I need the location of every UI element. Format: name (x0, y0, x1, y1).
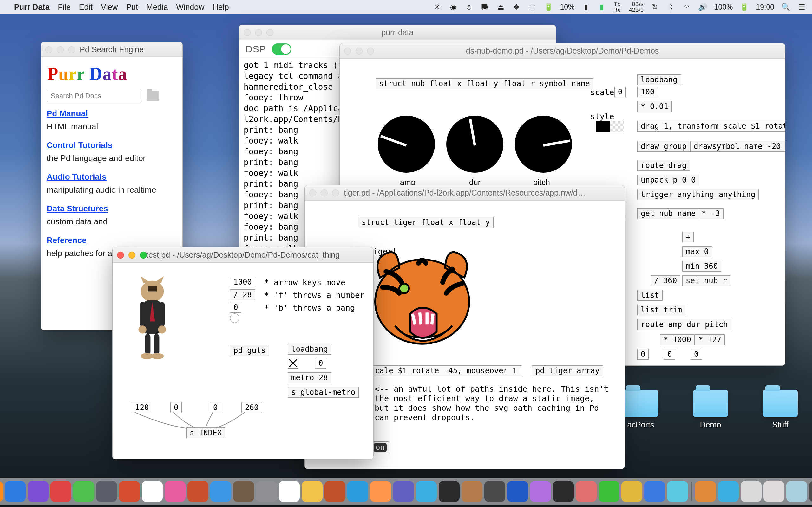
struct-box[interactable]: struct nub float x float y float r symbo… (375, 78, 594, 89)
menu-window[interactable]: Window (176, 3, 204, 12)
loadbang[interactable]: loadbang (288, 344, 332, 354)
wifi-icon[interactable]: ⌔ (682, 3, 691, 11)
dock-app-12[interactable] (210, 481, 231, 502)
zoom-icon[interactable] (68, 46, 75, 53)
dock-app-16[interactable] (302, 481, 322, 502)
anti-virus-icon[interactable]: ✳ (433, 3, 442, 11)
net-stats[interactable]: Tx:Rx: (613, 1, 622, 13)
pd-guts[interactable]: pd guts (230, 345, 269, 356)
knob-pitch[interactable] (515, 116, 572, 173)
dock-app-19[interactable] (370, 481, 391, 502)
dock-app-3[interactable] (5, 481, 26, 502)
tiger-array[interactable]: pd tiger-array (532, 365, 603, 376)
dropbox-icon[interactable]: ❖ (512, 3, 521, 11)
dock-app-30[interactable] (621, 481, 642, 502)
dock-app-37[interactable] (786, 481, 807, 502)
num-0[interactable]: 0 (230, 302, 241, 313)
search-input[interactable] (47, 90, 142, 102)
list[interactable]: list (637, 290, 663, 301)
dock-app-18[interactable] (347, 481, 368, 502)
setnub[interactable]: set nub r (682, 275, 730, 286)
dock-app-33[interactable] (695, 481, 716, 502)
phone-icon[interactable]: ▮ (582, 3, 591, 11)
drawsymbol[interactable]: drawsymbol name -20 50 (690, 141, 785, 152)
div28[interactable]: / 28 (230, 289, 255, 300)
sindex[interactable]: s INDEX (186, 428, 225, 438)
dock-app-27[interactable] (553, 481, 574, 502)
num-1000[interactable]: 1000 (230, 277, 255, 287)
folder-icon[interactable] (147, 91, 159, 101)
dock-app-21[interactable] (416, 481, 437, 502)
zero-a[interactable]: 0 (637, 349, 649, 360)
link-data-structures[interactable]: Data Structures (47, 204, 177, 214)
timemachine-icon[interactable]: ↻ (651, 3, 659, 11)
menu-help[interactable]: Help (212, 3, 229, 12)
dock-app-9[interactable] (142, 481, 163, 502)
unpack[interactable]: unpack p 0 0 (637, 175, 699, 185)
zoom-icon[interactable] (367, 48, 374, 55)
dock-app-24[interactable] (484, 481, 505, 502)
drag-msg[interactable]: drag 1, transform scale $1 rotate r (637, 121, 785, 131)
link-reference[interactable]: Reference (47, 235, 177, 245)
minimize-icon[interactable] (57, 46, 64, 53)
dock-app-29[interactable] (599, 481, 619, 502)
battery-small-icon[interactable]: 🔋 (544, 3, 553, 11)
n260[interactable]: 260 (241, 402, 262, 413)
struct-tiger[interactable]: struct tiger float x float y (358, 217, 494, 228)
dock-app-22[interactable] (439, 481, 460, 502)
dock-app-8[interactable] (119, 481, 140, 502)
dock-app-34[interactable] (718, 481, 739, 502)
bang[interactable] (230, 314, 240, 324)
min360[interactable]: min 360 (682, 261, 721, 272)
zoom-icon[interactable] (332, 189, 339, 196)
dock-app-25[interactable] (507, 481, 528, 502)
on-toggle[interactable]: on (371, 441, 389, 453)
menu-edit[interactable]: Edit (79, 3, 93, 12)
link-pd-manual[interactable]: Pd Manual (47, 109, 177, 118)
spotlight-icon[interactable]: 🔍 (781, 3, 791, 11)
menu-put[interactable]: Put (126, 3, 138, 12)
truck-icon[interactable]: ⛟ (480, 3, 490, 11)
scale-num[interactable]: 0 (614, 87, 626, 97)
listtrim[interactable]: list trim (637, 304, 686, 315)
dock-app-23[interactable] (461, 481, 483, 502)
dock-app-4[interactable] (28, 481, 49, 502)
titlebar-dsnub[interactable]: ds-nub-demo.pd - /Users/ag/Desktop/Demo/… (340, 43, 785, 59)
wifi-small-icon[interactable]: ⎋ (465, 3, 473, 11)
dock-app-38[interactable] (809, 481, 812, 502)
zoom-icon[interactable] (266, 29, 273, 36)
dock-app-5[interactable] (50, 481, 71, 502)
sglobal[interactable]: s global-metro (288, 387, 359, 398)
hundred-msg[interactable]: 100 (637, 87, 659, 97)
close-icon[interactable] (244, 29, 251, 36)
dock-app-28[interactable] (576, 481, 597, 502)
trigger[interactable]: trigger anything anything (637, 189, 759, 200)
toggle-x[interactable] (288, 358, 299, 369)
dock-app-7[interactable] (96, 481, 117, 502)
display-icon[interactable]: ▢ (528, 3, 537, 11)
minimize-icon[interactable] (356, 48, 362, 55)
minimize-icon[interactable] (255, 29, 262, 36)
menu-view[interactable]: View (101, 3, 118, 12)
clock[interactable]: 19:00 (756, 3, 774, 11)
menu-extras-icon[interactable]: ☰ (798, 3, 806, 11)
bluetooth-icon[interactable]: ᛒ (666, 3, 675, 11)
menu-file[interactable]: File (58, 3, 71, 12)
t1000[interactable]: * 1000 (660, 334, 695, 345)
loadbang-box[interactable]: loadbang (637, 74, 681, 85)
times001[interactable]: * 0.01 (637, 101, 672, 112)
knob-amp[interactable] (378, 116, 435, 173)
minimize-icon[interactable] (321, 189, 328, 196)
dsp-toggle[interactable] (272, 43, 292, 55)
window-test[interactable]: test.pd - /Users/ag/Desktop/Demo/Pd-Demo… (112, 247, 374, 459)
dock-app-15[interactable] (279, 481, 300, 502)
routeamp[interactable]: route amp dur pitch (637, 319, 731, 330)
titlebar-test[interactable]: test.pd - /Users/ag/Desktop/Demo/Pd-Demo… (113, 247, 373, 263)
dock-app-36[interactable] (763, 481, 784, 502)
eject-icon[interactable]: ⏏ (496, 3, 505, 11)
close-icon[interactable] (309, 189, 316, 196)
dock-app-14[interactable] (256, 481, 277, 502)
circle-icon[interactable]: ◉ (449, 3, 458, 11)
style-swatch-checker[interactable] (610, 121, 624, 132)
battery2-icon[interactable]: ▮ (598, 3, 606, 11)
